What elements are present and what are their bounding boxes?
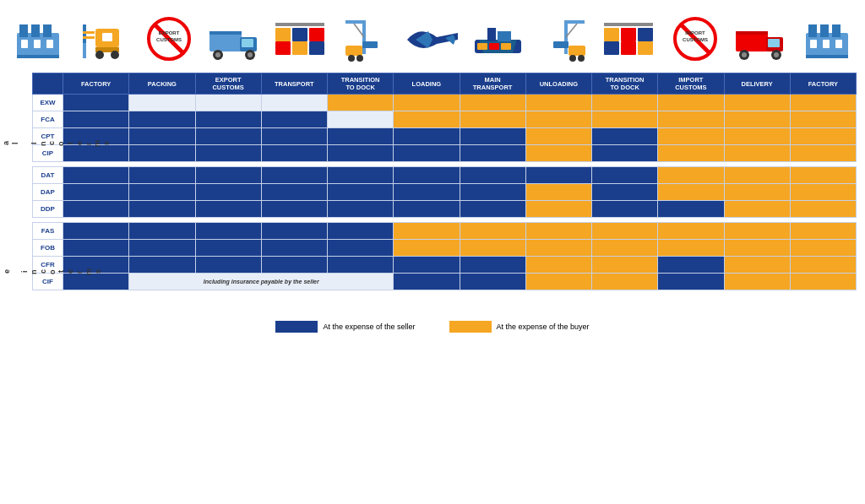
svg-rect-75 xyxy=(736,31,768,35)
forklift-icon xyxy=(74,14,133,64)
cell-factory2 xyxy=(790,167,856,184)
import-customs-icon: IMPORT CUSTOMS xyxy=(666,14,725,64)
cell-main_transport xyxy=(460,111,525,128)
cell-transition_to_dock2 xyxy=(592,128,658,145)
svg-rect-12 xyxy=(83,41,86,58)
truck-icon xyxy=(206,14,265,64)
svg-rect-59 xyxy=(638,41,653,55)
cell-unloading xyxy=(525,201,591,218)
table-row: FOB xyxy=(33,240,857,257)
cell-loading xyxy=(394,184,460,201)
cell-factory2 xyxy=(790,95,856,111)
svg-rect-21 xyxy=(209,33,242,51)
svg-rect-62 xyxy=(638,28,653,41)
cell-factory xyxy=(63,223,129,240)
crane-icon xyxy=(337,14,396,64)
svg-rect-48 xyxy=(489,43,499,50)
svg-point-41 xyxy=(348,55,355,62)
cell-factory2 xyxy=(790,111,856,128)
cell-transport xyxy=(261,240,327,257)
import-containers-icon xyxy=(601,14,660,64)
svg-rect-31 xyxy=(309,41,324,55)
cell-transition_to_dock xyxy=(328,240,394,257)
svg-rect-53 xyxy=(569,46,585,56)
col-packing-header: PACKING xyxy=(129,73,195,95)
cell-delivery xyxy=(724,257,790,274)
svg-rect-83 xyxy=(806,55,848,58)
cell-packing xyxy=(129,95,195,111)
col-delivery-header: DELIVERY xyxy=(724,73,790,95)
cell-loading xyxy=(394,145,460,162)
table-row: FAS xyxy=(33,223,857,240)
cell-factory2 xyxy=(790,201,856,218)
svg-rect-6 xyxy=(46,40,53,48)
svg-rect-2 xyxy=(31,24,40,37)
cell-unloading xyxy=(525,240,591,257)
legend-buyer-box xyxy=(449,321,492,333)
row-label-cell: CIF xyxy=(33,274,63,290)
cell-main_transport xyxy=(460,223,525,240)
cell-loading xyxy=(394,111,460,128)
legend-buyer: At the expense of the buyer xyxy=(449,321,590,333)
cell-packing xyxy=(129,145,195,162)
cell-factory xyxy=(63,167,129,184)
cell-factory2 xyxy=(790,274,856,290)
row-label-cell: DAT xyxy=(33,167,63,184)
svg-rect-60 xyxy=(604,28,619,41)
col-factory-header: FACTORY xyxy=(63,73,129,95)
svg-rect-37 xyxy=(345,20,366,24)
svg-text:IMPORT: IMPORT xyxy=(685,30,705,35)
cell-delivery xyxy=(724,201,790,218)
svg-rect-77 xyxy=(808,24,817,37)
svg-rect-40 xyxy=(362,41,378,48)
legend-seller-box xyxy=(275,321,318,333)
table-body: EXWFCACPTCIPDATDAPDDPFASFOBCFRCIFIncludi… xyxy=(33,95,857,290)
row-label-cell: FAS xyxy=(33,223,63,240)
cell-transition_to_dock2 xyxy=(592,257,658,274)
cell-export_customs xyxy=(195,145,261,162)
cell-unloading xyxy=(525,274,591,290)
table-wrapper: FACTORY PACKING EXPORTCUSTOMS TRANSPORT … xyxy=(32,73,857,314)
cell-main_transport xyxy=(460,145,525,162)
svg-text:CUSTOMS: CUSTOMS xyxy=(683,37,708,42)
cell-import-customs xyxy=(658,274,724,290)
col-transition-dock-header: TRANSITIONTO DOCK xyxy=(328,73,394,95)
svg-rect-35 xyxy=(275,23,324,26)
cell-import_customs xyxy=(658,184,724,201)
ship-icon xyxy=(469,14,528,64)
cell-import_customs xyxy=(658,95,724,111)
cell-packing xyxy=(129,111,195,128)
svg-rect-51 xyxy=(564,20,585,24)
cell-transport xyxy=(261,95,327,111)
cell-import_customs xyxy=(658,240,724,257)
cell-delivery xyxy=(724,128,790,145)
containers-icon xyxy=(271,14,330,64)
spacer-label xyxy=(8,214,32,230)
cell-transition_to_dock2 xyxy=(592,201,658,218)
cell-loading xyxy=(394,95,460,111)
cell-packing xyxy=(129,167,195,184)
cell-export_customs xyxy=(195,184,261,201)
cell-main_transport xyxy=(460,184,525,201)
svg-rect-81 xyxy=(823,40,830,48)
cell-unloading xyxy=(525,184,591,201)
cell-transport xyxy=(261,111,327,128)
cell-import_customs xyxy=(658,201,724,218)
cell-import_customs xyxy=(658,111,724,128)
cell-delivery xyxy=(724,240,790,257)
svg-rect-4 xyxy=(21,40,28,48)
col-export-customs-header: EXPORTCUSTOMS xyxy=(195,73,261,95)
cell-transition_to_dock xyxy=(328,145,394,162)
cell-transport xyxy=(261,167,327,184)
svg-rect-54 xyxy=(553,41,569,48)
cell-loading xyxy=(394,240,460,257)
svg-rect-23 xyxy=(242,39,253,47)
col-transport-header: TRANSPORT xyxy=(261,73,327,95)
cell-transition_to_dock2 xyxy=(592,111,658,128)
col-transition-dock2-header: TRANSITIONTO DOCK xyxy=(592,73,658,95)
svg-rect-46 xyxy=(498,31,511,41)
cell-delivery xyxy=(724,167,790,184)
cell-packing xyxy=(129,201,195,218)
cell-loading xyxy=(394,274,460,290)
factory-left-icon xyxy=(8,14,68,64)
